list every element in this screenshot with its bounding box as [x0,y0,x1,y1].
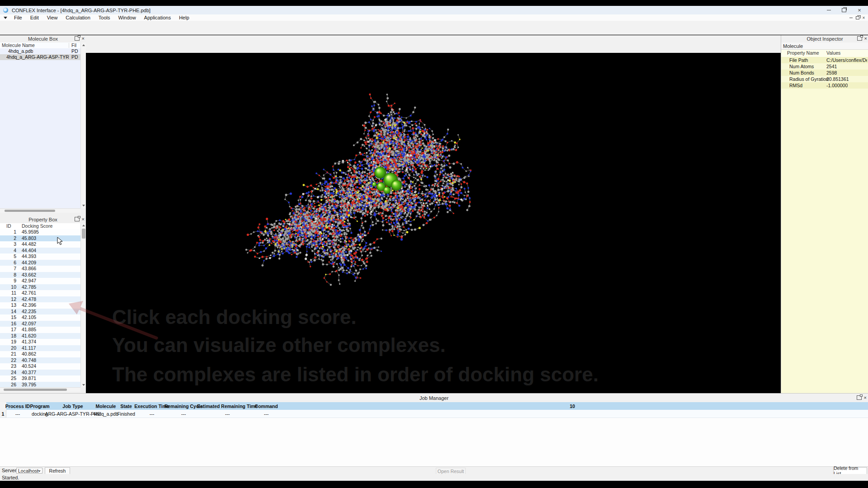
job-header-molecule[interactable]: Molecule [95,402,117,410]
score-id: 7 [0,266,16,271]
menu-overflow-icon[interactable] [4,17,7,19]
docking-score-row[interactable]: 1741.885 [0,327,80,333]
menu-help[interactable]: Help [175,15,193,20]
object-inspector-float-icon[interactable] [857,36,862,41]
score-id: 17 [0,327,16,332]
score-id: 9 [0,278,16,283]
docking-score-row[interactable]: 1542.105 [0,314,80,321]
score-id: 12 [0,296,16,302]
mdi-close-button[interactable]: × [861,15,867,20]
docking-score-row[interactable]: 1342.396 [0,302,80,309]
docking-score-value: 43.866 [22,266,36,271]
job-table-header: Process IDProgramJob TypeMoleculeStateEx… [0,402,868,410]
menu-file[interactable]: File [10,15,26,20]
docking-score-row[interactable]: 2440.377 [0,370,80,376]
job-header-command[interactable]: Command [256,402,277,410]
job-header-remaining-cycle[interactable]: Remaining Cycle [168,402,199,410]
combo-chevron-icon [38,470,41,472]
molecule-row[interactable]: 4hdq_a.pdbPD [0,48,80,54]
mdi-minimize-button[interactable] [848,15,854,20]
docking-score-row[interactable]: 1042.785 [0,284,80,291]
molecule-format: PD [71,54,78,60]
property-box-float-icon[interactable] [75,217,80,221]
job-header-estimated-remaining-time[interactable]: Estimated Remaining Time [199,402,256,410]
molecule-row[interactable]: 4hdq_a_ARG-ARG-ASP-TYR-PHE.pdbPD [0,54,80,60]
object-inspector-close-icon[interactable]: × [864,37,867,41]
docking-score-row[interactable]: 245.803 [0,235,80,242]
menu-view[interactable]: View [43,15,62,20]
menu-window[interactable]: Window [114,15,140,20]
col-id[interactable]: ID [6,223,11,229]
menu-applications[interactable]: Applications [140,15,175,20]
menu-edit[interactable]: Edit [26,15,43,20]
col-docking-score[interactable]: Docking Score [22,223,52,229]
docking-score-row[interactable]: 344.482 [0,241,80,248]
docking-score-row[interactable]: 2639.795 [0,382,80,388]
menu-calculation[interactable]: Calculation [61,15,94,20]
molecule-viewport[interactable]: Click each docking score.You can visuali… [86,53,781,393]
docking-score-row[interactable]: 2539.871 [0,375,80,382]
score-id: 23 [0,363,16,369]
job-header-extra: 10 [277,402,868,410]
docking-score-row[interactable]: 544.393 [0,253,80,260]
menu-tools[interactable]: Tools [94,15,114,20]
delete-from-list-button[interactable]: Delete from List [833,467,867,474]
property-value: 2598 [826,70,837,75]
job-table-row[interactable]: 1---dockingARG-ARG-ASP-TYR-PHE4hdq_a.pdb… [0,410,868,418]
title-bar: CONFLEX Interface - [4hdq_a_ARG-ARG-ASP-… [0,6,868,14]
close-button[interactable]: × [853,6,866,14]
docking-score-row[interactable]: 843.662 [0,272,80,278]
score-id: 8 [0,272,16,277]
server-combobox[interactable]: Localhost [16,468,42,474]
refresh-button[interactable]: Refresh [45,467,70,474]
molecule-canvas[interactable] [86,53,781,393]
docking-score-row[interactable]: 942.947 [0,278,80,284]
job-header-job-type[interactable]: Job Type [51,402,95,410]
job-cell: --- [136,410,168,418]
restore-button[interactable] [837,6,851,14]
docking-score-row[interactable]: 1941.374 [0,339,80,345]
property-list-hscrollbar[interactable] [0,387,80,392]
docking-score-row[interactable]: 2140.862 [0,351,80,357]
docking-score-row[interactable]: 1142.761 [0,290,80,296]
docking-score-value: 39.795 [22,382,36,387]
col-property-name: Property Name [787,50,819,56]
open-result-button[interactable]: Open Result [436,468,466,474]
col-molecule-name[interactable]: Molecule Name [2,42,35,48]
score-id: 21 [0,351,16,357]
view-toolbar [86,35,781,53]
job-manager-float-icon[interactable] [857,395,862,400]
docking-score-row[interactable]: 2041.117 [0,345,80,352]
docking-score-value: 42.105 [22,314,36,320]
docking-score-row[interactable]: 2240.748 [0,357,80,364]
job-cell: ARG-ARG-ASP-TYR-PHE [51,410,95,418]
docking-score-row[interactable]: 1242.478 [0,296,80,303]
score-id: 6 [0,260,16,265]
property-box-close-icon[interactable]: × [82,217,85,221]
object-inspector-tab[interactable]: Molecule [781,42,868,50]
docking-score-row[interactable]: 743.866 [0,266,80,272]
docking-score-row[interactable]: 644.209 [0,260,80,266]
docking-score-row[interactable]: 1841.620 [0,333,80,339]
docking-score-value: 42.478 [22,296,36,302]
col-values: Values [826,50,840,56]
docking-score-row[interactable]: 1442.235 [0,309,80,315]
job-header-program[interactable]: Program [29,402,51,410]
docking-score-row[interactable]: 145.9595 [0,229,80,235]
docking-score-row[interactable]: 2340.524 [0,363,80,370]
job-header-state[interactable]: State [117,402,136,410]
job-manager-close-icon[interactable]: × [864,396,867,400]
docking-score-value: 42.097 [22,321,36,326]
molecule-list-hscrollbar[interactable] [0,208,80,213]
molecule-box-float-icon[interactable] [75,36,80,41]
status-bar: Started. [0,474,868,481]
job-header-process-id[interactable]: Process ID [6,402,29,410]
docking-score-row[interactable]: 444.404 [0,248,80,254]
job-cell: --- [256,410,277,418]
col-file[interactable]: Fil [71,42,76,48]
mdi-restore-button[interactable] [854,15,860,20]
minimize-button[interactable] [822,6,835,14]
job-header-execution-time[interactable]: Execution Time [136,402,168,410]
molecule-box-close-icon[interactable]: × [82,37,85,41]
docking-score-row[interactable]: 1642.097 [0,321,80,327]
